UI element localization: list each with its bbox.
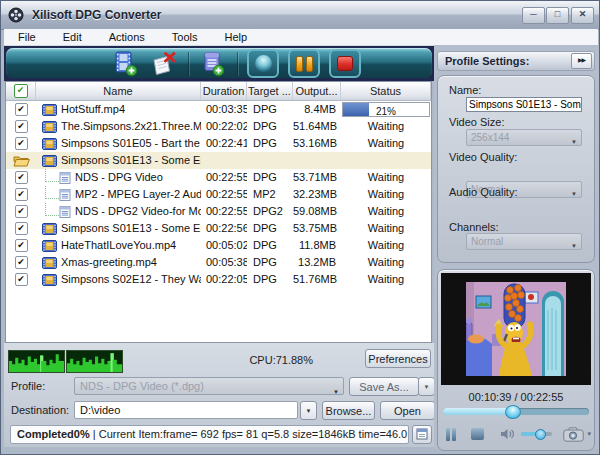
column-status[interactable]: Status [341,82,431,100]
column-name[interactable]: Name [36,82,201,100]
destination-dropdown-button[interactable]: ▼ [300,401,317,420]
table-row[interactable]: ✔HateThatILoveYou.mp400:05:02DPG11.8MBWa… [6,237,431,254]
column-target[interactable]: Target ... [247,82,293,100]
snapshot-options-arrow[interactable]: ▾ [587,430,591,438]
row-checkbox[interactable]: ✔ [15,120,28,133]
video-file-icon [42,155,57,167]
snapshot-button[interactable] [563,427,584,442]
title-bar[interactable]: Xilisoft DPG Converter ─ □ ✕ [1,1,600,30]
audio-quality-label: Audio Quality: [449,186,517,198]
stream-doc-icon [59,189,71,201]
minimize-button[interactable]: ─ [522,7,545,24]
seek-thumb[interactable] [505,405,521,419]
dropdown-arrow-icon: ▼ [571,135,577,146]
row-checkbox[interactable]: ✔ [15,222,28,235]
video-size-combobox[interactable]: 256x144▼ [466,129,582,146]
row-checkbox[interactable]: ✔ [15,205,28,218]
menu-edit[interactable]: Edit [63,31,82,43]
row-checkbox[interactable]: ✔ [15,188,28,201]
table-row[interactable]: ✔Simpsons S01E13 - Some Enchant...00:22:… [6,220,431,237]
seek-progress [443,408,512,415]
row-checkbox[interactable]: ✔ [15,171,28,184]
pause-button[interactable] [288,49,320,78]
row-checkbox[interactable]: ✔ [15,256,28,269]
app-window: Xilisoft DPG Converter ─ □ ✕ File Edit A… [0,0,600,455]
preview-stop-button[interactable] [471,428,484,440]
table-row[interactable]: ✔Simpsons S02E12 - They Way We ...00:22:… [6,271,431,288]
menu-help[interactable]: Help [224,31,247,43]
table-row[interactable]: ✔NDS - DPG Video00:22:55DPG53.71MBWaitin… [6,169,431,186]
table-row[interactable]: ✔MP2 - MPEG Layer-2 Audio00:22:55MP232.2… [6,186,431,203]
video-file-icon [42,257,57,269]
row-checkbox[interactable]: ✔ [15,103,28,116]
save-as-dropdown-button[interactable]: ▼ [418,377,435,396]
table-row[interactable]: ✔Simpsons S01E05 - Bart the Gener...00:2… [6,135,431,152]
table-row[interactable]: ✔Xmas-greeting.mp400:05:38DPG13.2MBWaiti… [6,254,431,271]
video-frame-image [466,282,566,376]
expand-settings-button[interactable]: ▶▶ [571,53,592,69]
maximize-button[interactable]: □ [546,7,569,24]
volume-slider[interactable] [521,432,552,436]
video-file-icon [42,274,57,286]
stop-icon [337,56,353,71]
table-row[interactable]: ✔HotStuff.mp400:03:35DPG8.4MB21% [6,101,431,118]
profile-name-input[interactable]: Simpsons S01E13 - Some Ench [466,97,582,112]
profile-settings-title: Profile Settings: [445,55,571,67]
video-file-icon [42,138,57,150]
preview-pause-button[interactable] [446,428,458,441]
profile-settings-header: Profile Settings: ▶▶ [437,51,595,71]
stream-doc-icon [59,206,71,218]
volume-icon[interactable] [500,428,515,440]
row-checkbox[interactable]: ✔ [15,137,28,150]
convert-button[interactable] [247,49,279,78]
row-checkbox[interactable]: ✔ [15,239,28,252]
convert-icon [255,55,272,72]
open-folder-icon [13,154,30,167]
add-profile-button[interactable] [198,50,228,77]
browse-button[interactable]: Browse... [322,401,375,420]
toolbar-separator [188,52,189,76]
channels-label: Channels: [449,221,499,233]
table-row[interactable]: Simpsons S01E13 - Some Enchant... [6,152,431,169]
volume-thumb[interactable] [535,429,546,440]
audio-quality-combobox[interactable]: Normal▼ [466,233,582,250]
video-file-icon [42,104,57,116]
open-button[interactable]: Open [380,401,435,420]
close-button[interactable]: ✕ [571,7,594,24]
add-video-file-button[interactable] [110,50,140,77]
show-log-button[interactable] [412,425,432,444]
profile-combobox[interactable]: NDS - DPG Video (*.dpg)▼ [74,377,344,395]
tree-connector-icon [45,169,59,182]
menu-file[interactable]: File [18,31,36,43]
select-all-header[interactable]: ✔ [6,82,36,100]
video-preview [441,273,591,385]
destination-input[interactable]: D:\video [74,401,298,419]
cpu-usage-label: CPU:71.88% [249,354,313,366]
name-label: Name: [449,84,481,96]
video-file-icon [42,121,57,133]
status-completed: Completed0% [17,428,90,440]
toolbar [4,46,434,81]
file-table-body: ✔HotStuff.mp400:03:35DPG8.4MB21%✔The.Sim… [6,101,431,288]
select-all-checkbox[interactable]: ✔ [14,84,28,98]
row-checkbox[interactable]: ✔ [15,273,28,286]
preferences-button[interactable]: Preferences [365,349,431,368]
app-logo-icon [8,7,24,23]
column-output[interactable]: Output... [293,82,341,100]
window-title: Xilisoft DPG Converter [32,8,161,22]
seek-slider[interactable] [443,408,589,415]
menu-actions[interactable]: Actions [109,31,145,43]
remove-file-button[interactable] [149,50,179,77]
table-row[interactable]: ✔The.Simpsons.2x21.Three.Men.A...00:22:0… [6,118,431,135]
table-row[interactable]: ✔NDS - DPG2 Video-for Moonshe...00:22:55… [6,203,431,220]
stop-button[interactable] [329,49,361,78]
profile-settings-panel: Name: Simpsons S01E13 - Some Ench Video … [437,75,595,263]
menu-tools[interactable]: Tools [172,31,198,43]
save-as-button[interactable]: Save As... [349,377,419,396]
column-duration[interactable]: Duration [201,82,247,100]
file-list: ✔ Name Duration Target ... Output... Sta… [5,81,432,343]
cpu-history-graph-1 [8,350,65,373]
destination-label: Destination: [11,404,69,416]
table-header: ✔ Name Duration Target ... Output... Sta… [6,82,431,101]
video-quality-label: Video Quality: [449,151,517,163]
